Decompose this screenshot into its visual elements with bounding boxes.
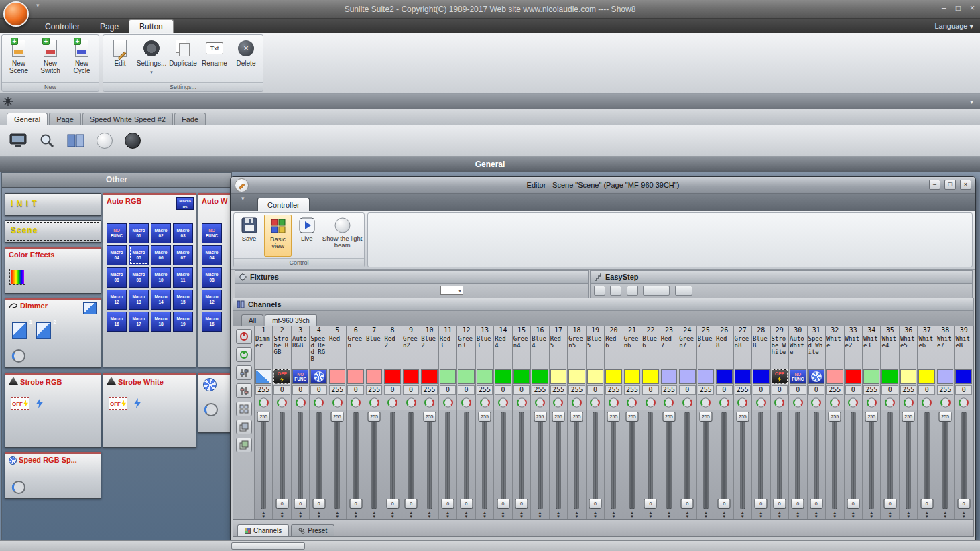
strobe-rgb-off-chip[interactable]: OFF <box>11 397 29 410</box>
fader-track[interactable] <box>961 412 966 509</box>
speed-white-knob[interactable] <box>203 402 219 418</box>
fader-spinner[interactable]: ▲▼ <box>869 511 873 519</box>
fader-spinner[interactable]: ▲▼ <box>759 511 763 519</box>
fader-thumb[interactable]: 0 <box>589 499 601 509</box>
fader-thumb[interactable]: 0 <box>312 499 325 509</box>
fader-spinner[interactable]: ▲▼ <box>261 511 265 519</box>
easystep-tool-5[interactable] <box>675 286 692 296</box>
macro-button[interactable]: Macro08 <box>202 267 222 288</box>
channel-knob[interactable] <box>587 395 604 410</box>
fader-track[interactable] <box>851 412 855 509</box>
language-menu[interactable]: Language ▾ <box>934 22 973 31</box>
maximize-button[interactable]: □ <box>956 3 961 13</box>
easystep-tool-2[interactable] <box>610 286 621 296</box>
channel-swatch-off[interactable]: OFF <box>772 369 788 384</box>
fader-track[interactable] <box>685 412 690 509</box>
channel-swatch-color[interactable] <box>679 369 695 384</box>
fader-thumb[interactable]: 0 <box>810 499 822 509</box>
dimmer-fader-1[interactable]: 1 <box>12 322 27 339</box>
channel-swatch-color[interactable] <box>532 369 548 384</box>
fader-track[interactable] <box>740 412 745 509</box>
speed-white-button[interactable] <box>198 373 232 433</box>
channel-fader[interactable]: 255▲▼ <box>826 410 843 519</box>
fader-thumb[interactable]: 0 <box>847 499 859 509</box>
scene-button[interactable]: Scene <box>5 220 101 243</box>
quick-access-chevron-icon[interactable]: ▾ <box>36 2 40 9</box>
screen-view-button[interactable] <box>9 133 27 148</box>
channel-knob[interactable] <box>328 395 346 410</box>
channel-swatch-speed[interactable] <box>808 369 824 384</box>
fader-spinner[interactable]: ▲▼ <box>796 511 800 519</box>
macro-button[interactable]: Macro06 <box>151 245 171 265</box>
fader-track[interactable] <box>796 412 800 509</box>
channel-swatch-color[interactable] <box>440 369 456 384</box>
macro-button[interactable]: Macro12 <box>107 290 127 310</box>
fader-track[interactable] <box>629 412 634 509</box>
channel-swatch-color[interactable] <box>329 369 345 384</box>
fader-thumb[interactable]: 255 <box>939 412 952 422</box>
channel-fader[interactable]: 0▲▼ <box>808 410 825 519</box>
fader-track[interactable] <box>501 412 505 509</box>
new-cycle-button[interactable]: + New Cycle <box>67 36 97 81</box>
channel-fader[interactable]: 0▲▼ <box>789 410 806 519</box>
fader-thumb[interactable]: 0 <box>644 499 657 509</box>
fader-spinner[interactable]: ▲▼ <box>833 511 837 519</box>
fader-spinner[interactable]: ▲▼ <box>391 511 395 519</box>
fader-track[interactable] <box>353 412 358 509</box>
new-scene-button[interactable]: + New Scene <box>4 36 34 81</box>
channel-knob[interactable] <box>845 395 862 410</box>
fixtures-dropdown[interactable]: ▾ <box>440 286 463 295</box>
page-tab-speed-white[interactable]: Speed White Speed #2 <box>82 113 173 125</box>
macro-button[interactable]: Macro16 <box>202 312 222 332</box>
fader-thumb[interactable]: 255 <box>534 412 546 422</box>
channel-fader[interactable]: 0▲▼ <box>347 410 364 519</box>
fader-spinner[interactable]: ▲▼ <box>501 511 505 519</box>
fader-thumb[interactable]: 0 <box>497 499 509 509</box>
channel-fader[interactable]: 0▲▼ <box>881 410 898 519</box>
channel-fader[interactable]: 255▲▼ <box>863 410 880 519</box>
fader-track[interactable] <box>483 412 487 509</box>
fader-thumb[interactable]: 255 <box>570 412 583 422</box>
channel-fader[interactable]: 0▲▼ <box>752 410 770 519</box>
fader-spinner[interactable]: ▲▼ <box>704 511 708 519</box>
fader-thumb[interactable]: 255 <box>257 412 270 422</box>
fader-spinner[interactable]: ▲▼ <box>372 511 376 519</box>
channel-swatch-nofunc[interactable]: NOFUNC <box>292 369 308 384</box>
page-tab-general[interactable]: General <box>7 113 48 125</box>
macro-button[interactable]: Macro01 <box>129 223 149 243</box>
fader-track[interactable] <box>556 412 560 509</box>
fader-spinner[interactable]: ▲▼ <box>648 511 652 519</box>
app-logo-icon[interactable] <box>3 1 29 27</box>
fader-thumb[interactable]: 255 <box>552 412 564 422</box>
channel-swatch-color[interactable] <box>550 369 566 384</box>
fader-thumb[interactable]: 0 <box>386 499 399 509</box>
easystep-tool-1[interactable] <box>594 286 605 296</box>
channels-panel-header[interactable]: Channels <box>233 298 974 311</box>
show-light-beam-button[interactable]: Show the light beam <box>322 215 363 257</box>
fader-spinner[interactable]: ▲▼ <box>354 511 358 519</box>
channel-knob[interactable] <box>457 395 475 410</box>
channel-swatch-color[interactable] <box>881 369 898 384</box>
page-tab-fade[interactable]: Fade <box>174 113 206 125</box>
channel-swatch-color[interactable] <box>698 369 714 384</box>
channel-swatch-color[interactable] <box>458 369 474 384</box>
channel-swatch-color[interactable] <box>421 369 437 384</box>
channel-knob[interactable] <box>826 395 843 410</box>
channel-knob[interactable] <box>494 395 511 410</box>
channel-swatch-color[interactable] <box>366 369 382 384</box>
fader-thumb[interactable]: 255 <box>423 412 436 422</box>
duplicate-button[interactable]: Duplicate <box>168 36 198 81</box>
channel-fader[interactable]: 255▲▼ <box>550 410 567 519</box>
fader-track[interactable] <box>574 412 579 509</box>
channel-knob[interactable] <box>476 395 493 410</box>
channel-knob[interactable] <box>273 395 290 410</box>
fader-spinner[interactable]: ▲▼ <box>556 511 560 519</box>
bottom-tab-channels[interactable]: Channels <box>237 524 289 536</box>
fader-spinner[interactable]: ▲▼ <box>538 511 542 519</box>
fader-track[interactable] <box>869 412 874 509</box>
channel-fader[interactable]: 0▲▼ <box>845 410 862 519</box>
minimize-button[interactable]: – <box>942 3 946 13</box>
channel-fader[interactable]: 0▲▼ <box>494 410 511 519</box>
toolbar-chevron-icon[interactable]: ▾ <box>970 98 973 105</box>
macro-button[interactable]: Macro05 <box>129 245 149 265</box>
